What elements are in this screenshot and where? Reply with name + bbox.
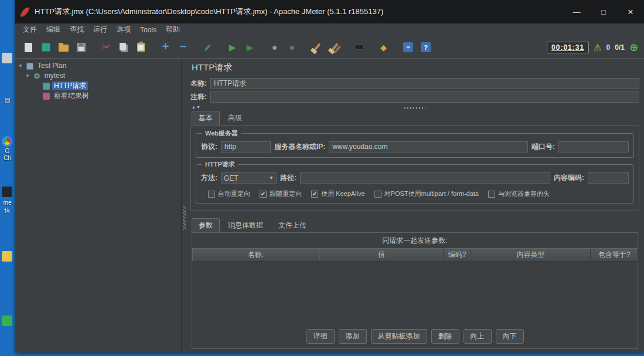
- desktop-icon-label[interactable]: 快: [0, 206, 15, 215]
- checkbox-browser-headers[interactable]: 与浏览器兼容的头: [488, 189, 550, 198]
- cut-icon[interactable]: ✂: [98, 39, 114, 55]
- menu-run[interactable]: 运行: [88, 23, 112, 36]
- name-field[interactable]: HTTP请求: [210, 78, 639, 89]
- encoding-field[interactable]: [588, 172, 629, 184]
- checkbox-label: 与浏览器兼容的头: [498, 189, 550, 198]
- clear-icon[interactable]: [309, 39, 325, 55]
- remove-element-icon[interactable]: −: [175, 39, 191, 55]
- desktop-icon-label[interactable]: me: [0, 199, 15, 206]
- toolbar: ✂ + − ∕∕ ▶ ▶ ● ● ◆ ≡ ? 00:01:31: [15, 36, 644, 59]
- col-name[interactable]: 名称:: [192, 249, 319, 261]
- server-field[interactable]: www.youdao.com: [329, 141, 528, 152]
- desktop-icon[interactable]: [2, 316, 12, 326]
- checkbox-box[interactable]: [208, 191, 215, 198]
- col-content-type[interactable]: 内容类型: [471, 249, 591, 261]
- new-file-icon[interactable]: [21, 39, 36, 55]
- test-plan-icon: [26, 63, 33, 70]
- delete-button[interactable]: 删除: [431, 329, 459, 344]
- menu-tools[interactable]: Tools: [135, 25, 161, 35]
- tab-parameters[interactable]: 参数: [192, 218, 220, 232]
- add-from-clipboard-button[interactable]: 从剪贴板添加: [371, 329, 427, 344]
- expander-icon[interactable]: ▼: [18, 63, 24, 69]
- params-table-body[interactable]: [192, 262, 638, 325]
- search-reset-icon[interactable]: ◆: [376, 39, 391, 55]
- form-splitter[interactable]: ▲▼: [190, 105, 639, 111]
- clear-all-icon[interactable]: [326, 39, 342, 55]
- protocol-field[interactable]: http: [221, 141, 271, 152]
- tab-body-data[interactable]: 消息体数据: [221, 218, 270, 232]
- page-title: HTTP请求: [192, 62, 639, 73]
- desktop-icon[interactable]: [2, 187, 12, 197]
- start-icon[interactable]: ▶: [224, 39, 240, 55]
- save-icon[interactable]: [73, 39, 89, 55]
- checkbox-box[interactable]: [260, 191, 267, 198]
- web-server-group: Web服务器 协议: http 服务器名称或IP: www.youdao.com…: [196, 133, 634, 158]
- search-icon[interactable]: [351, 39, 367, 55]
- templates-icon[interactable]: [38, 39, 54, 55]
- menu-help[interactable]: 帮助: [161, 23, 185, 36]
- paste-icon[interactable]: [133, 39, 149, 55]
- detail-button[interactable]: 详细: [306, 329, 335, 344]
- tab-basic[interactable]: 基本: [192, 111, 220, 125]
- add-element-icon[interactable]: +: [158, 39, 173, 55]
- down-button[interactable]: 向下: [496, 329, 524, 344]
- desktop-icon[interactable]: [2, 53, 12, 63]
- menu-edit[interactable]: 编辑: [42, 23, 65, 36]
- splitter-grip[interactable]: [404, 107, 425, 109]
- desktop-icon-label[interactable]: 回: [0, 97, 15, 105]
- comment-field[interactable]: [210, 91, 639, 103]
- log-warning-icon[interactable]: ⚠: [594, 42, 601, 53]
- checkbox-box[interactable]: [311, 191, 318, 198]
- close-button[interactable]: ✕: [617, 0, 644, 23]
- col-value[interactable]: 值: [319, 249, 444, 261]
- splitter-grip[interactable]: [183, 206, 186, 230]
- checkbox-box[interactable]: [488, 191, 495, 198]
- tree-item-view-results-tree[interactable]: 察看结果树: [15, 91, 181, 101]
- protocol-label: 协议:: [201, 142, 217, 152]
- tree-item-label: 察看结果树: [52, 91, 91, 100]
- active-threads-icon: ⊕: [629, 41, 638, 54]
- menu-file[interactable]: 文件: [18, 23, 42, 36]
- checkbox-auto-redirect[interactable]: 自动重定向: [208, 189, 250, 198]
- tree-item-mytest[interactable]: ▼ ⚙ mytest: [15, 71, 181, 81]
- checkbox-follow-redirects[interactable]: 跟随重定向: [260, 189, 302, 198]
- tree-item-test-plan[interactable]: ▼ Test Plan: [15, 61, 181, 71]
- chrome-icon[interactable]: [2, 136, 12, 147]
- server-label: 服务器名称或IP:: [274, 142, 325, 152]
- minimize-button[interactable]: —: [563, 0, 590, 23]
- checkbox-multipart[interactable]: 对POST使用multipart / form-data: [374, 189, 479, 198]
- help-icon[interactable]: ?: [418, 39, 434, 55]
- open-file-icon[interactable]: [56, 39, 71, 55]
- stop-icon[interactable]: ●: [267, 39, 282, 55]
- col-include-equals[interactable]: 包含等于?: [591, 249, 638, 261]
- elapsed-timer: 00:01:31: [547, 42, 589, 53]
- col-encode[interactable]: 编码?: [444, 249, 471, 261]
- function-helper-icon[interactable]: ≡: [400, 39, 416, 55]
- tab-advanced[interactable]: 高级: [221, 111, 249, 125]
- port-field[interactable]: [558, 141, 629, 152]
- splitter-collapse-buttons[interactable]: ▲▼: [192, 105, 201, 109]
- maximize-button[interactable]: □: [590, 0, 617, 23]
- menu-search[interactable]: 查找: [65, 23, 88, 36]
- basic-advanced-tabs: 基本 高级: [192, 111, 639, 125]
- checkbox-box[interactable]: [374, 191, 381, 198]
- start-no-timers-icon[interactable]: ▶: [242, 39, 258, 55]
- shutdown-icon[interactable]: ●: [284, 39, 300, 55]
- expander-icon[interactable]: ▼: [25, 73, 31, 79]
- add-button[interactable]: 添加: [339, 329, 367, 344]
- desktop-icon-label[interactable]: Ch: [0, 155, 15, 161]
- toggle-element-icon[interactable]: ∕∕: [200, 39, 216, 55]
- checkbox-keepalive[interactable]: 使用 KeepAlive: [311, 189, 365, 198]
- http-sampler-icon: [43, 83, 50, 90]
- desktop-icon-label[interactable]: G: [0, 148, 15, 154]
- menu-options[interactable]: 选项: [112, 23, 135, 36]
- tree-main-splitter[interactable]: [182, 59, 186, 352]
- tab-files-upload[interactable]: 文件上传: [271, 218, 314, 232]
- method-select[interactable]: GET ▼: [221, 172, 277, 184]
- title-bar[interactable]: HTTP请求.jmx (C:\Users\Administrator\Deskt…: [15, 0, 644, 23]
- path-field[interactable]: [300, 172, 550, 184]
- copy-icon[interactable]: [115, 39, 131, 55]
- tree-item-http-request[interactable]: HTTP请求: [15, 81, 181, 91]
- up-button[interactable]: 向上: [464, 329, 492, 344]
- desktop-icon[interactable]: [2, 251, 12, 262]
